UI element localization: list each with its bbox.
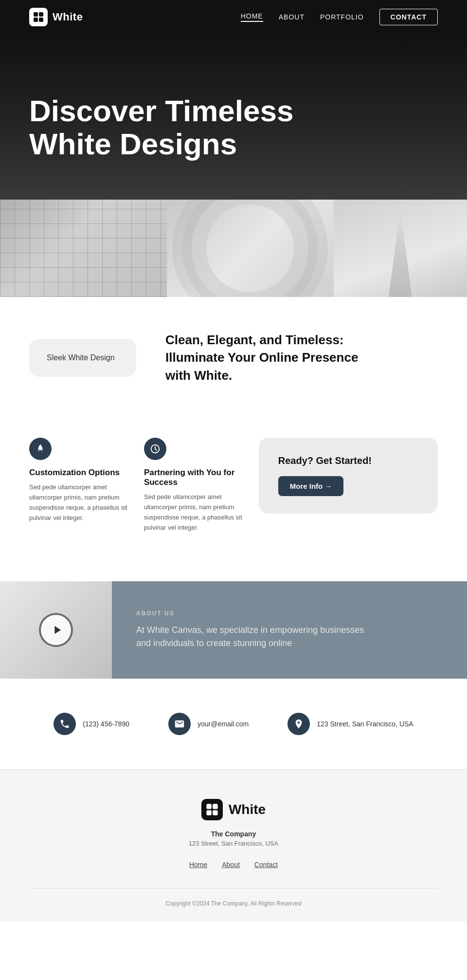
phone-icon xyxy=(54,713,76,735)
svg-rect-6 xyxy=(206,804,212,810)
svg-rect-7 xyxy=(213,804,218,810)
footer-links: Home About Contact xyxy=(29,861,438,869)
footer-link-home[interactable]: Home xyxy=(189,861,207,869)
logo-icon xyxy=(29,8,48,26)
contact-info-section: (123) 456-7890 your@email.com 123 Street… xyxy=(0,679,467,769)
more-info-button[interactable]: More Info → xyxy=(278,476,344,496)
clock-icon xyxy=(144,438,166,460)
image-panel-2 xyxy=(167,200,334,297)
contact-address-item: 123 Street, San Francisco, USA xyxy=(287,713,413,735)
image-panel-3 xyxy=(334,200,467,297)
feature-item-1: Customization Options Sed pede ullamcorp… xyxy=(29,438,129,523)
footer-address: 123 Street, San Francisco, USA xyxy=(29,840,438,847)
contact-email: your@email.com xyxy=(198,720,249,728)
contact-phone-item: (123) 456-7890 xyxy=(54,713,129,735)
about-label: ABOUT US xyxy=(136,610,443,617)
footer-logo-text: White xyxy=(229,802,266,817)
about-text-panel: ABOUT US At White Canvas, we specialize … xyxy=(112,581,467,679)
about-desc: At White Canvas, we specialize in empowe… xyxy=(136,624,370,650)
email-icon xyxy=(168,713,191,735)
svg-rect-8 xyxy=(206,811,212,816)
feature-2-desc: Sed pede ullamcorper amet ullamcorper pr… xyxy=(144,492,244,533)
tagline-section: Sleek White Design Clean, Elegant, and T… xyxy=(0,297,467,418)
tagline-card: Sleek White Design xyxy=(29,339,136,377)
footer-logo: White xyxy=(29,799,438,820)
feature-1-desc: Sed pede ullamcorper amet ullamcorper pr… xyxy=(29,482,129,523)
main-nav: HOME ABOUT PORTFOLIO CONTACT xyxy=(241,9,438,25)
nav-portfolio[interactable]: PORTFOLIO xyxy=(320,13,364,21)
header: White HOME ABOUT PORTFOLIO CONTACT xyxy=(0,0,467,34)
footer-logo-icon xyxy=(201,799,223,820)
footer: White The Company 123 Street, San Franci… xyxy=(0,769,467,922)
footer-divider xyxy=(29,888,438,888)
image-strip xyxy=(0,200,467,297)
footer-company: The Company xyxy=(29,830,438,838)
hero-section: Discover Timeless White Designs xyxy=(0,34,467,200)
image-panel-1 xyxy=(0,200,167,297)
location-icon xyxy=(287,713,310,735)
svg-rect-9 xyxy=(213,811,218,816)
nav-about[interactable]: ABOUT xyxy=(279,13,305,21)
contact-address: 123 Street, San Francisco, USA xyxy=(317,720,413,728)
svg-rect-1 xyxy=(39,12,43,17)
about-section: ABOUT US At White Canvas, we specialize … xyxy=(0,581,467,679)
footer-link-contact[interactable]: Contact xyxy=(254,861,278,869)
svg-rect-3 xyxy=(39,18,43,22)
footer-link-about[interactable]: About xyxy=(222,861,240,869)
cta-title: Ready? Get Started! xyxy=(278,455,418,466)
nav-home[interactable]: HOME xyxy=(241,12,263,22)
hero-title: Discover Timeless White Designs xyxy=(29,94,331,161)
tagline-heading: Clean, Elegant, and Timeless: Illuminate… xyxy=(165,331,370,384)
logo[interactable]: White xyxy=(29,8,83,26)
contact-email-item: your@email.com xyxy=(168,713,249,735)
play-button[interactable] xyxy=(39,613,73,647)
features-section: Customization Options Sed pede ullamcorp… xyxy=(0,418,467,572)
contact-phone: (123) 456-7890 xyxy=(83,720,129,728)
rocket-icon xyxy=(29,438,52,460)
nav-contact-button[interactable]: CONTACT xyxy=(379,9,438,25)
svg-rect-0 xyxy=(34,12,38,17)
logo-text: White xyxy=(53,11,83,23)
feature-1-title: Customization Options xyxy=(29,468,129,478)
feature-item-2: Partnering with You for Success Sed pede… xyxy=(144,438,244,533)
footer-copyright: Copyright ©2024 The Company, All Rights … xyxy=(29,900,438,907)
tagline-card-text: Sleek White Design xyxy=(47,353,115,362)
cta-card: Ready? Get Started! More Info → xyxy=(259,438,438,514)
feature-2-title: Partnering with You for Success xyxy=(144,468,244,487)
about-video-panel xyxy=(0,581,112,679)
svg-rect-2 xyxy=(34,18,38,22)
svg-marker-5 xyxy=(54,626,61,634)
